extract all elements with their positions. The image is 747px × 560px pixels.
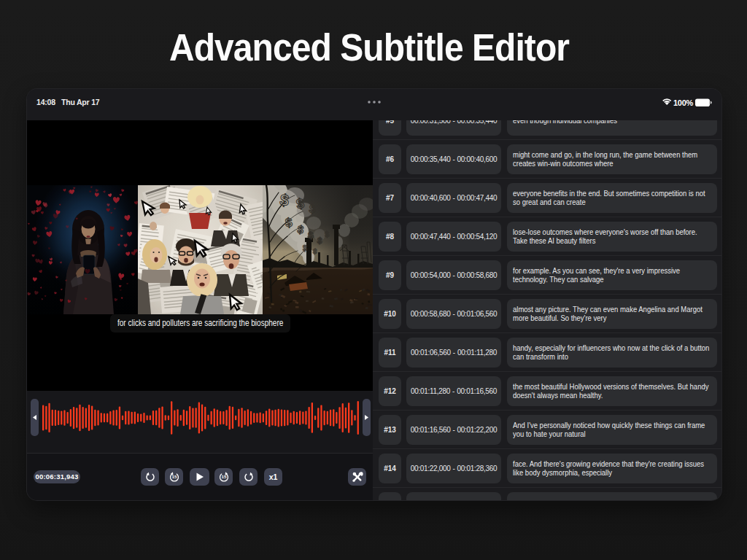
svg-text:15: 15 <box>171 474 177 479</box>
svg-text:$: $ <box>303 244 307 252</box>
svg-text:15: 15 <box>221 474 226 479</box>
svg-text:$: $ <box>325 230 330 238</box>
svg-text:100%: 100% <box>673 98 693 107</box>
svg-text:$: $ <box>309 203 317 216</box>
